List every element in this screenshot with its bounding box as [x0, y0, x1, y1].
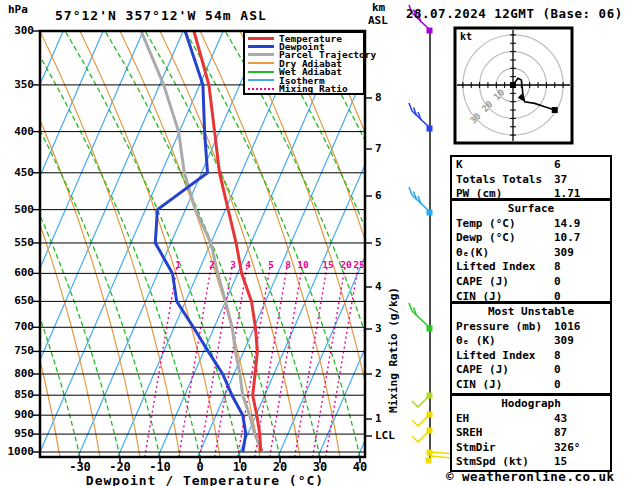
hodograph-table: HodographEH43SREH87StmDir326°StmSpd (kt)… — [450, 394, 612, 472]
surface-table: SurfaceTemp (°C)14.9Dewp (°C)10.7θₑ(K)30… — [450, 199, 612, 303]
pressure-tick-label: 350 — [0, 78, 34, 91]
legend-swatch-dry-adiabat — [248, 62, 274, 64]
hodograph: 102030 — [455, 27, 572, 144]
x-axis-title: Dewpoint / Temperature (°C) — [60, 473, 350, 486]
table-row: SREH87 — [456, 426, 606, 441]
table-row-label: StmSpd (kt) — [456, 455, 529, 468]
wind-barb-icon — [412, 393, 432, 407]
wind-barb-icon — [412, 412, 432, 426]
pressure-tick-label: 650 — [0, 294, 34, 307]
table-row-value: 6 — [554, 158, 561, 171]
pressure-tick-label: 550 — [0, 236, 34, 249]
table-row: Dewp (°C)10.7 — [456, 231, 606, 246]
table-row-value: 309 — [554, 246, 574, 259]
table-row-value: 15 — [554, 455, 567, 468]
temp-tick-label: 40 — [340, 460, 380, 474]
table-row-label: Lifted Index — [456, 260, 535, 273]
table-row-value: 8 — [554, 260, 561, 273]
table-row-value: 1016 — [554, 320, 581, 333]
pressure-tick-label: 850 — [0, 388, 34, 401]
page-title: 57°12'N 357°12'W 54m ASL — [55, 8, 267, 23]
legend-swatch-isotherm — [248, 79, 274, 81]
km-tick-label: 7 — [375, 142, 382, 155]
wind-barb-icon — [409, 187, 432, 215]
table-row-label: Temp (°C) — [456, 217, 516, 230]
table-row: StmDir326° — [456, 441, 606, 456]
alt-unit-asl-label: ASL — [368, 14, 388, 27]
table-row: K6 — [456, 158, 606, 173]
pressure-tick-label: 500 — [0, 203, 34, 216]
table-row-value: 0 — [554, 290, 561, 303]
mixing-ratio-value-label: 1 — [171, 259, 185, 270]
table-row-label: Totals Totals — [456, 173, 542, 186]
temp-tick-label: 0 — [180, 460, 220, 474]
pressure-unit-label: hPa — [8, 3, 28, 16]
km-tick-label: 8 — [375, 91, 382, 104]
table-row-label: θₑ (K) — [456, 334, 496, 347]
table-row-label: K — [456, 158, 463, 171]
stats-table: K6Totals Totals37PW (cm)1.71 — [450, 155, 612, 200]
pressure-tick-label: 900 — [0, 408, 34, 421]
table-row-label: SREH — [456, 426, 483, 439]
table-row: Lifted Index8 — [456, 260, 606, 275]
temp-tick-label: -30 — [60, 460, 100, 474]
wind-barb-column — [409, 5, 456, 463]
temp-tick-label: -20 — [100, 460, 140, 474]
legend-swatch-wet-adiabat — [248, 71, 274, 73]
table-row-label: Lifted Index — [456, 349, 535, 362]
mixing-ratio-value-label: 20 — [339, 259, 353, 270]
table-row: CIN (J)0 — [456, 378, 606, 393]
legend-swatch-parcel-trajectory — [248, 53, 274, 56]
table-row-value: 87 — [554, 426, 567, 439]
wind-barb-icon — [409, 103, 432, 131]
table-row-value: 309 — [554, 334, 574, 347]
table-row-value: 43 — [554, 412, 567, 425]
run-date-label: 28.07.2024 12GMT (Base: 06) — [406, 6, 623, 21]
most-unstable-table: Most UnstablePressure (mb)1016θₑ (K)309L… — [450, 302, 612, 395]
temp-tick-label: 20 — [260, 460, 300, 474]
legend-row: Mixing Ratio — [248, 84, 363, 92]
temp-tick-label: 10 — [220, 460, 260, 474]
table-row-label: Pressure (mb) — [456, 320, 542, 333]
mixing-axis-title: Mixing Ratio (g/kg) — [387, 265, 401, 435]
table-row: Lifted Index8 — [456, 349, 606, 364]
mixing-ratio-value-label: 8 — [281, 259, 295, 270]
pressure-tick-label: 600 — [0, 266, 34, 279]
pressure-tick-label: 800 — [0, 367, 34, 380]
alt-unit-km-label: km — [372, 1, 385, 14]
pressure-tick-label: 450 — [0, 166, 34, 179]
table-row: EH43 — [456, 412, 606, 427]
table-row-label: θₑ(K) — [456, 246, 489, 259]
table-row: StmSpd (kt)15 — [456, 455, 606, 470]
km-tick-label: 2 — [375, 367, 382, 380]
km-tick-label: 3 — [375, 322, 382, 335]
table-row-value: 37 — [554, 173, 567, 186]
pressure-tick-label: 950 — [0, 427, 34, 440]
legend-box: TemperatureDewpointParcel TrajectoryDry … — [243, 31, 365, 95]
mixing-ratio-value-label: 2 — [205, 259, 219, 270]
legend-swatch-dewpoint — [248, 45, 274, 48]
table-row-label: Dewp (°C) — [456, 231, 516, 244]
table-row-value: 326° — [554, 441, 581, 454]
table-row-value: 10.7 — [554, 231, 581, 244]
legend-swatch-mixing-ratio — [248, 88, 274, 90]
mixing-ratio-value-label: 25 — [352, 259, 366, 270]
legend-label: Mixing Ratio — [279, 83, 348, 94]
table-row: θₑ (K)309 — [456, 334, 606, 349]
mixing-ratio-value-label: 3 — [226, 259, 240, 270]
mixing-ratio-value-label: 10 — [296, 259, 310, 270]
table-row: θₑ(K)309 — [456, 246, 606, 261]
table-section-title: Surface — [456, 202, 606, 217]
hodograph-unit-label: kt — [460, 31, 472, 42]
pressure-tick-label: 400 — [0, 125, 34, 138]
km-tick-label: 4 — [375, 280, 382, 293]
mixing-ratio-value-label: 4 — [241, 259, 255, 270]
table-section-title: Hodograph — [456, 397, 606, 412]
table-row-value: 0 — [554, 275, 561, 288]
km-tick-label: 5 — [375, 236, 382, 249]
wind-barb-icon — [412, 428, 432, 442]
skewt-sounding-app: 102030 hPa 57°12'N 357°12'W 54m ASL km A… — [0, 0, 629, 486]
table-row: CAPE (J)0 — [456, 275, 606, 290]
table-row-value: 8 — [554, 349, 561, 362]
temp-tick-label: -10 — [140, 460, 180, 474]
